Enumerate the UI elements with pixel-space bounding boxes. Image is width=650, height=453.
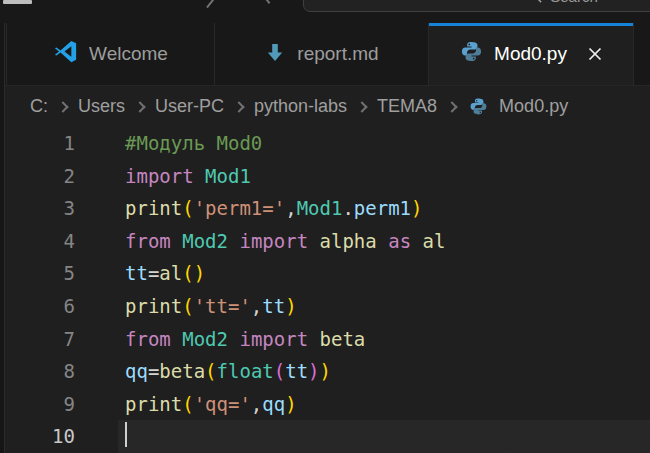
code-text: tt=al() <box>75 257 650 290</box>
code-text: #Модуль Mod0 <box>75 127 650 160</box>
token-class: Mod1 <box>205 165 251 187</box>
token-string: 'tt=' <box>194 295 251 317</box>
code-line[interactable]: 1#Модуль Mod0 <box>0 127 650 160</box>
vscode-logo-icon <box>53 39 78 69</box>
code-text: print('perm1=',Mod1.perm1) <box>75 192 650 225</box>
breadcrumb-item-drive[interactable]: C: <box>30 96 48 117</box>
token-plain: , <box>251 295 262 317</box>
token-class: Mod1 <box>297 197 343 219</box>
chevron-right-icon <box>233 101 244 112</box>
breadcrumb-item-user-pc[interactable]: User-PC <box>155 96 224 117</box>
token-function: beta <box>159 360 205 382</box>
token-keyword: from <box>125 328 171 350</box>
search-icon <box>528 0 543 4</box>
line-number: 6 <box>0 290 75 323</box>
tab-welcome[interactable]: Welcome <box>7 23 215 85</box>
code-area: 1#Модуль Mod02import Mod13print('perm1='… <box>0 127 650 453</box>
token-keyword: import <box>239 230 308 252</box>
token-keyword: as <box>388 230 411 252</box>
tab-bar: Welcome report.md Mod0.py <box>0 23 650 86</box>
line-number: 9 <box>0 388 75 421</box>
token-variable: tt <box>285 360 308 382</box>
tabbar-empty-space <box>634 23 650 85</box>
close-icon[interactable] <box>588 47 602 61</box>
token-bracket1: ( <box>182 197 193 219</box>
code-text: print('tt=',tt) <box>75 290 650 323</box>
token-bracket1: ) <box>320 360 331 382</box>
navigate-back-icon[interactable] <box>201 0 217 8</box>
token-function: print <box>125 197 182 219</box>
code-line[interactable]: 3print('perm1=',Mod1.perm1) <box>0 192 650 225</box>
token-plain: = <box>148 262 159 284</box>
token-function: print <box>125 393 182 415</box>
code-line[interactable]: 2import Mod1 <box>0 160 650 193</box>
chevron-right-icon <box>57 101 68 112</box>
token-function: alpha <box>320 230 377 252</box>
token-plain: , <box>285 197 296 219</box>
token-bracket1: ( <box>182 262 193 284</box>
line-number: 3 <box>0 192 75 225</box>
code-line[interactable]: 10 <box>0 420 650 453</box>
code-text: print('qq=',qq) <box>75 388 650 421</box>
token-plain <box>308 230 319 252</box>
token-plain <box>308 328 319 350</box>
command-center-search[interactable]: Search <box>303 0 650 12</box>
code-line[interactable]: 8qq=beta(float(tt)) <box>0 355 650 388</box>
token-keyword: import <box>239 328 308 350</box>
token-function: beta <box>320 328 366 350</box>
token-bracket1: ( <box>205 360 216 382</box>
code-line[interactable]: 6print('tt=',tt) <box>0 290 650 323</box>
token-bracket2: ( <box>274 360 285 382</box>
token-plain <box>171 230 182 252</box>
breadcrumb-item-users[interactable]: Users <box>78 96 125 117</box>
line-number: 2 <box>0 160 75 193</box>
code-editor[interactable]: 1#Модуль Mod02import Mod13print('perm1='… <box>0 127 650 453</box>
token-comment: #Модуль Mod0 <box>125 132 262 154</box>
line-number: 5 <box>0 257 75 290</box>
token-bracket1: ) <box>411 197 422 219</box>
token-plain <box>228 328 239 350</box>
code-line[interactable]: 9print('qq=',qq) <box>0 388 650 421</box>
code-text: from Mod2 import beta <box>75 323 650 356</box>
token-bracket1: ) <box>285 393 296 415</box>
python-icon <box>460 40 483 68</box>
token-bracket1: ( <box>182 393 193 415</box>
token-plain <box>411 230 422 252</box>
line-number: 7 <box>0 323 75 356</box>
tab-label: Mod0.py <box>494 43 567 65</box>
menu-hamburger-icon[interactable] <box>3 0 32 4</box>
token-plain <box>377 230 388 252</box>
token-plain: . <box>342 197 353 219</box>
breadcrumb-item-python-labs[interactable]: python-labs <box>254 96 347 117</box>
code-line[interactable]: 7from Mod2 import beta <box>0 323 650 356</box>
search-placeholder: Search <box>550 0 598 5</box>
code-text: qq=beta(float(tt)) <box>75 355 650 388</box>
token-keyword: import <box>125 165 194 187</box>
token-function: al <box>159 262 182 284</box>
chevron-right-icon <box>134 101 145 112</box>
breadcrumb-item-file[interactable]: Mod0.py <box>499 96 568 117</box>
code-line[interactable]: 4from Mod2 import alpha as al <box>0 225 650 258</box>
tab-report-md[interactable]: report.md <box>215 23 429 85</box>
chevron-right-icon <box>446 101 457 112</box>
text-cursor <box>125 422 127 447</box>
python-icon <box>469 97 488 116</box>
markdown-arrow-icon <box>264 41 286 68</box>
breadcrumb-item-tema8[interactable]: TEMA8 <box>377 96 437 117</box>
token-plain: = <box>148 360 159 382</box>
token-class: Mod2 <box>182 230 228 252</box>
line-number: 4 <box>0 225 75 258</box>
token-function: al <box>423 230 446 252</box>
token-function: print <box>125 295 182 317</box>
token-variable: qq <box>125 360 148 382</box>
code-text <box>75 420 650 453</box>
token-variable: tt <box>125 262 148 284</box>
token-bracket1: ( <box>182 295 193 317</box>
title-bar: Search <box>0 0 650 23</box>
token-bracket1: ) <box>194 262 205 284</box>
code-line[interactable]: 5tt=al() <box>0 257 650 290</box>
line-number: 1 <box>0 127 75 160</box>
chevron-right-icon <box>356 101 367 112</box>
tab-mod0-py[interactable]: Mod0.py <box>429 23 634 85</box>
navigate-forward-icon[interactable] <box>255 0 271 8</box>
